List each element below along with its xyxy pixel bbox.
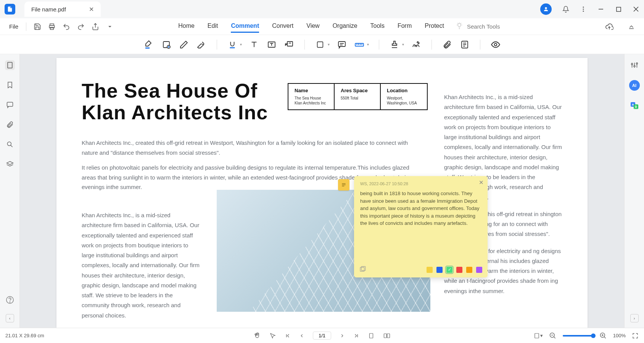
note-meta: WS, 2022-06-27 10:50:28 bbox=[360, 181, 481, 186]
page-number-input[interactable] bbox=[313, 332, 331, 340]
translate-icon[interactable]: A文 bbox=[630, 101, 639, 111]
svg-rect-33 bbox=[287, 42, 293, 46]
tab-organize[interactable]: Organize bbox=[333, 20, 357, 33]
bookmarks-icon[interactable] bbox=[5, 80, 15, 90]
status-bar: 21.01 X 29.69 cm ▾ 100% bbox=[0, 328, 644, 343]
chevron-down-icon[interactable]: ▾ bbox=[402, 42, 404, 46]
note-list-icon[interactable] bbox=[459, 39, 470, 50]
prev-page-icon[interactable] bbox=[299, 333, 304, 338]
chevron-down-icon[interactable]: ▾ bbox=[328, 42, 330, 46]
color-orange[interactable] bbox=[466, 267, 472, 273]
tab-form[interactable]: Form bbox=[398, 20, 412, 33]
single-page-icon[interactable] bbox=[368, 332, 375, 339]
eraser-icon[interactable] bbox=[196, 39, 207, 50]
attachments-panel-icon[interactable] bbox=[5, 120, 15, 130]
color-swatches bbox=[427, 267, 482, 273]
search-tools-input[interactable] bbox=[467, 23, 520, 30]
file-menu[interactable]: File bbox=[5, 22, 22, 31]
help-icon[interactable] bbox=[5, 295, 15, 305]
page-dimensions: 21.01 X 29.69 cm bbox=[5, 333, 44, 338]
chevron-down-icon[interactable]: ▾ bbox=[367, 42, 369, 46]
title-bar: File name.pdf ✕ bbox=[0, 0, 644, 18]
first-page-icon[interactable] bbox=[285, 333, 291, 339]
menu-tabs: Home Edit Comment Convert View Organize … bbox=[178, 20, 444, 33]
document-viewport[interactable]: The Sea House Of Klan Architects Inc Nam… bbox=[20, 54, 624, 328]
hand-tool-icon[interactable] bbox=[253, 332, 261, 340]
maximize-button[interactable] bbox=[615, 6, 622, 13]
tab-tools[interactable]: Tools bbox=[370, 20, 385, 33]
collapse-right-button[interactable]: › bbox=[630, 314, 639, 322]
note-body[interactable]: being built in 1818 to house working con… bbox=[360, 190, 481, 227]
share-icon[interactable] bbox=[91, 22, 100, 31]
document-tab[interactable]: File name.pdf ✕ bbox=[24, 2, 101, 17]
callout-icon[interactable] bbox=[284, 39, 295, 50]
svg-line-79 bbox=[554, 337, 555, 338]
svg-rect-35 bbox=[317, 42, 323, 47]
color-yellow[interactable] bbox=[427, 267, 433, 273]
sticky-note-icon[interactable] bbox=[161, 39, 172, 50]
more-icon[interactable] bbox=[580, 6, 587, 13]
properties-icon[interactable] bbox=[630, 60, 639, 70]
print-icon[interactable] bbox=[48, 22, 56, 31]
pencil-icon[interactable] bbox=[179, 39, 189, 50]
tab-edit[interactable]: Edit bbox=[208, 20, 218, 33]
layers-icon[interactable] bbox=[5, 159, 15, 169]
select-tool-icon[interactable] bbox=[269, 332, 276, 339]
save-icon[interactable] bbox=[33, 22, 42, 31]
close-note-icon[interactable]: ✕ bbox=[479, 179, 484, 186]
two-page-icon[interactable] bbox=[383, 332, 391, 339]
tab-home[interactable]: Home bbox=[178, 20, 195, 33]
attachment-icon[interactable] bbox=[442, 39, 452, 50]
highlight-icon[interactable] bbox=[143, 39, 154, 50]
chevron-down-icon[interactable]: ▾ bbox=[240, 42, 242, 46]
minimize-button[interactable] bbox=[597, 6, 604, 13]
zoom-slider[interactable] bbox=[563, 335, 593, 337]
quick-access-dropdown-icon[interactable] bbox=[106, 22, 114, 31]
color-blue[interactable] bbox=[436, 267, 443, 273]
last-page-icon[interactable] bbox=[353, 333, 359, 339]
svg-point-56 bbox=[10, 302, 10, 302]
redo-icon[interactable] bbox=[77, 22, 85, 31]
comments-panel-icon[interactable] bbox=[5, 100, 15, 110]
color-green[interactable] bbox=[446, 267, 452, 273]
text-icon[interactable] bbox=[249, 39, 259, 50]
tab-protect[interactable]: Protect bbox=[425, 20, 444, 33]
measure-icon[interactable] bbox=[354, 39, 365, 50]
notifications-icon[interactable] bbox=[562, 6, 569, 13]
svg-rect-51 bbox=[7, 102, 13, 106]
tab-convert[interactable]: Convert bbox=[272, 20, 293, 33]
close-tab-icon[interactable]: ✕ bbox=[89, 6, 94, 13]
next-page-icon[interactable] bbox=[340, 333, 345, 338]
undo-icon[interactable] bbox=[62, 22, 71, 31]
svg-line-19 bbox=[457, 23, 458, 23]
user-avatar[interactable] bbox=[540, 3, 552, 15]
text-box-icon[interactable] bbox=[266, 39, 277, 50]
lightbulb-icon bbox=[456, 22, 463, 31]
cloud-upload-icon[interactable] bbox=[605, 22, 613, 31]
search-panel-icon[interactable] bbox=[5, 139, 15, 149]
thumbnails-icon[interactable] bbox=[5, 60, 15, 70]
hide-annotations-icon[interactable] bbox=[490, 39, 501, 50]
svg-point-3 bbox=[583, 11, 584, 12]
collapse-left-button[interactable]: ‹ bbox=[6, 314, 14, 322]
close-window-button[interactable] bbox=[633, 6, 639, 13]
zoom-in-icon[interactable] bbox=[599, 332, 607, 340]
comment-bubble-icon[interactable] bbox=[336, 39, 347, 50]
underline-icon[interactable] bbox=[227, 39, 238, 50]
shape-icon[interactable] bbox=[315, 39, 325, 50]
signature-icon[interactable] bbox=[411, 39, 422, 50]
color-purple[interactable] bbox=[476, 267, 482, 273]
stamp-icon[interactable] bbox=[389, 39, 400, 50]
main-toolbar: File Home Edit Comment Convert View Orga… bbox=[0, 18, 644, 35]
ai-badge[interactable]: AI bbox=[629, 80, 640, 91]
zoom-out-icon[interactable] bbox=[549, 332, 557, 340]
collapse-ribbon-icon[interactable] bbox=[627, 22, 636, 31]
tab-view[interactable]: View bbox=[306, 20, 319, 33]
color-red[interactable] bbox=[456, 267, 462, 273]
sticky-note-marker[interactable] bbox=[338, 179, 349, 191]
note-options-icon[interactable] bbox=[359, 266, 366, 274]
fullscreen-icon[interactable] bbox=[632, 332, 639, 339]
tab-comment[interactable]: Comment bbox=[231, 20, 259, 33]
separator bbox=[379, 40, 379, 50]
fit-mode-icon[interactable]: ▾ bbox=[533, 332, 543, 339]
